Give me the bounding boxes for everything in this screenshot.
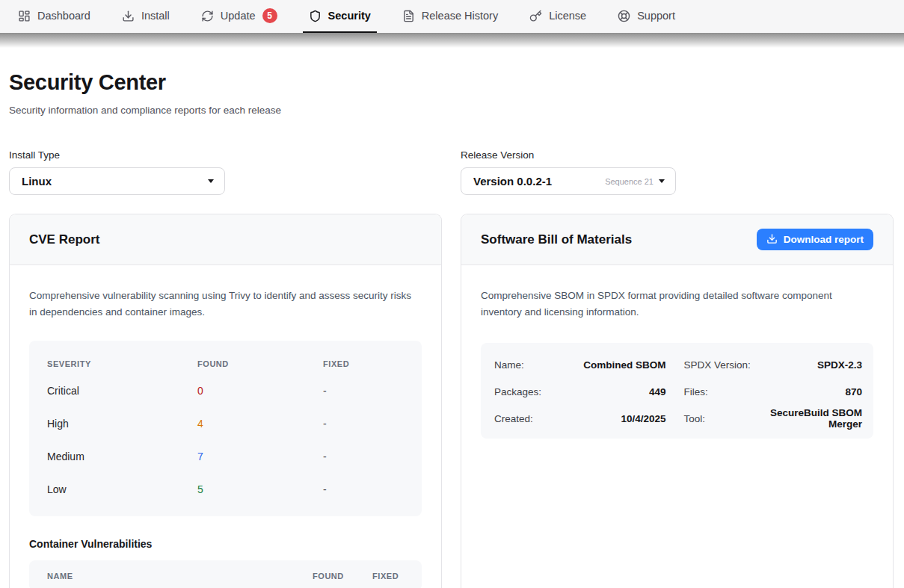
- table-row: Low 5 -: [47, 473, 404, 506]
- nav-label: Support: [637, 10, 675, 22]
- nav-item-release-history[interactable]: Release History: [396, 0, 504, 33]
- field-label: Created:: [494, 413, 560, 424]
- cards-row: CVE Report Comprehensive vulnerability s…: [9, 214, 894, 588]
- table-row: Medium 7 -: [47, 440, 404, 473]
- nav-label: License: [549, 10, 586, 22]
- nav-item-support[interactable]: Support: [612, 0, 681, 33]
- install-type-label: Install Type: [9, 149, 442, 161]
- col-severity: SEVERITY: [47, 359, 197, 368]
- field-label: Tool:: [684, 413, 757, 424]
- fixed-count: -: [323, 385, 404, 397]
- download-icon: [766, 233, 778, 247]
- cve-report-body: Comprehensive vulnerability scanning usi…: [10, 265, 441, 588]
- col-found: FOUND: [313, 572, 372, 581]
- sbom-info-table: Name: Combined SBOM SPDX Version: SPDX-2…: [481, 343, 873, 439]
- field-value: Combined SBOM: [560, 359, 666, 371]
- nav-item-security[interactable]: Security: [303, 0, 377, 33]
- found-count: 0: [197, 385, 323, 397]
- sbom-title: Software Bill of Materials: [481, 232, 632, 247]
- field-value: SPDX-2.3: [757, 359, 863, 371]
- download-report-label: Download report: [784, 234, 864, 245]
- field-value: 449: [560, 386, 666, 397]
- document-icon: [402, 10, 415, 22]
- nav-item-update[interactable]: Update 5: [195, 0, 283, 33]
- key-icon: [529, 10, 542, 22]
- severity-label: Medium: [47, 451, 197, 462]
- install-type-select[interactable]: Linux: [9, 167, 225, 195]
- filters-row: Install Type Linux Release Version Versi…: [9, 149, 894, 195]
- nav-item-dashboard[interactable]: Dashboard: [12, 0, 96, 33]
- release-version-value: Version 0.0.2-1: [473, 175, 552, 188]
- field-label: Packages:: [494, 386, 560, 397]
- release-version-label: Release Version: [461, 149, 894, 161]
- cve-report-header: CVE Report: [10, 214, 441, 265]
- fixed-count: -: [323, 483, 404, 495]
- dashboard-icon: [18, 10, 31, 22]
- found-count: 4: [197, 418, 323, 430]
- nav-item-install[interactable]: Install: [116, 0, 176, 33]
- install-type-value: Linux: [22, 175, 52, 188]
- table-row: High 4 -: [47, 407, 404, 440]
- field-value: 10/4/2025: [560, 413, 666, 424]
- severity-label: Critical: [47, 385, 197, 397]
- sbom-description: Comprehensive SBOM in SPDX format provid…: [481, 288, 873, 320]
- container-vulnerabilities-title: Container Vulnerabilities: [29, 538, 422, 550]
- field-value: 870: [757, 386, 863, 397]
- nav-label: Dashboard: [37, 10, 90, 22]
- release-version-select[interactable]: Version 0.0.2-1 Sequence 21: [461, 167, 676, 195]
- chevron-down-icon: [208, 179, 214, 183]
- found-count: 7: [197, 451, 323, 462]
- table-row: Critical 0 -: [47, 374, 404, 407]
- sbom-card: Software Bill of Materials Download repo…: [461, 214, 894, 588]
- download-icon: [122, 10, 135, 22]
- severity-label: Low: [47, 483, 197, 495]
- table-row: Name: Combined SBOM SPDX Version: SPDX-2…: [494, 351, 862, 378]
- update-count-badge: 5: [262, 8, 277, 23]
- install-type-filter: Install Type Linux: [9, 149, 442, 195]
- field-label: Name:: [494, 359, 560, 371]
- col-fixed: FIXED: [372, 572, 404, 581]
- release-version-filter: Release Version Version 0.0.2-1 Sequence…: [461, 149, 894, 195]
- cve-report-description: Comprehensive vulnerability scanning usi…: [29, 288, 422, 320]
- refresh-icon: [201, 10, 214, 22]
- download-report-button[interactable]: Download report: [757, 229, 873, 250]
- field-label: SPDX Version:: [684, 359, 757, 371]
- page-subtitle: Security information and compliance repo…: [9, 105, 894, 116]
- table-row: Created: 10/4/2025 Tool: SecureBuild SBO…: [494, 405, 862, 432]
- security-center-page: Security Center Security information and…: [0, 70, 904, 588]
- severity-table: SEVERITY FOUND FIXED Critical 0 - High 4…: [29, 341, 422, 516]
- lifebuoy-icon: [618, 10, 630, 22]
- field-label: Files:: [684, 386, 757, 397]
- chevron-down-icon: [659, 179, 665, 183]
- table-row: Packages: 449 Files: 870: [494, 378, 862, 405]
- severity-label: High: [47, 418, 197, 430]
- nav-item-license[interactable]: License: [523, 0, 592, 33]
- sbom-header: Software Bill of Materials Download repo…: [461, 214, 893, 265]
- header-shadow: [0, 33, 904, 48]
- sbom-body: Comprehensive SBOM in SPDX format provid…: [461, 265, 893, 439]
- fixed-count: -: [323, 451, 404, 462]
- container-vulnerabilities-header: NAME FOUND FIXED: [29, 560, 422, 588]
- col-found: FOUND: [197, 359, 323, 368]
- col-name: NAME: [47, 572, 313, 581]
- col-fixed: FIXED: [323, 359, 404, 368]
- cve-report-title: CVE Report: [29, 232, 99, 247]
- shield-icon: [309, 10, 322, 22]
- cve-report-card: CVE Report Comprehensive vulnerability s…: [9, 214, 442, 588]
- found-count: 5: [197, 483, 323, 495]
- severity-table-header: SEVERITY FOUND FIXED: [47, 353, 404, 374]
- nav-label: Release History: [422, 10, 498, 22]
- nav-label: Security: [328, 10, 371, 22]
- field-value: SecureBuild SBOM Merger: [757, 407, 863, 430]
- fixed-count: -: [323, 418, 404, 430]
- nav-label: Install: [141, 10, 170, 22]
- nav-label: Update: [221, 10, 256, 22]
- sequence-label: Sequence 21: [605, 177, 654, 186]
- page-title: Security Center: [9, 70, 894, 95]
- top-navigation: Dashboard Install Update 5 Security Rele…: [0, 0, 904, 33]
